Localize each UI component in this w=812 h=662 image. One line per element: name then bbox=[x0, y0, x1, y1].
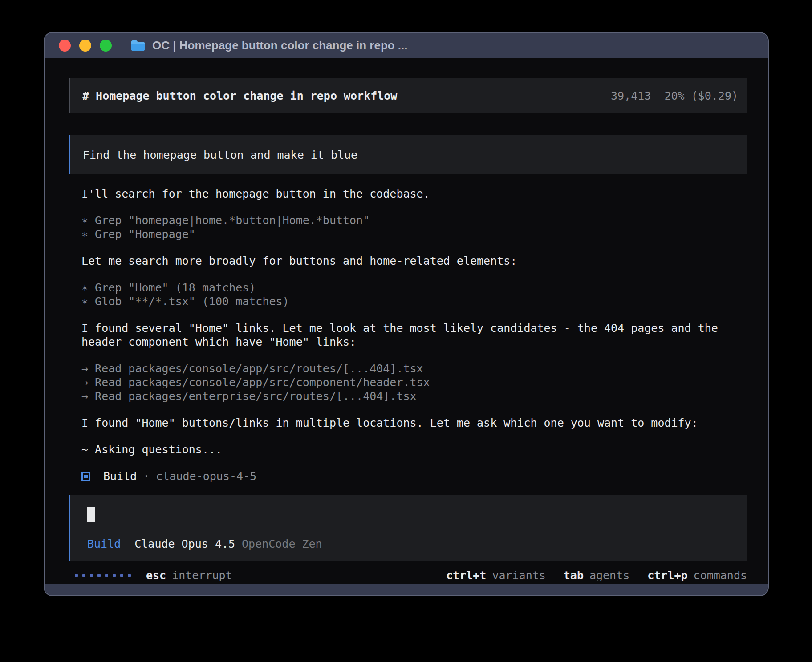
window-titlebar[interactable]: OC | Homepage button color change in rep… bbox=[45, 33, 768, 58]
shortcut-label: variants bbox=[492, 569, 545, 582]
tool-call-line: ∗ Grep "Home" (18 matches) bbox=[81, 281, 747, 295]
tool-call-line: → Read packages/console/app/src/componen… bbox=[81, 375, 747, 389]
minimize-window-button[interactable] bbox=[79, 40, 91, 52]
traffic-lights bbox=[45, 40, 112, 52]
tool-call-line: ∗ Glob "**/*.tsx" (100 matches) bbox=[81, 295, 747, 308]
assistant-text-line: I found several "Home" links. Let me loo… bbox=[81, 321, 747, 349]
agent-status-row: Build · claude-opus-4-5 bbox=[81, 469, 747, 483]
token-count: 39,413 bbox=[611, 89, 651, 102]
shortcut-key: ctrl+t bbox=[446, 569, 486, 582]
shortcut-commands: ctrl+p commands bbox=[647, 569, 747, 582]
shortcut-interrupt: esc interrupt bbox=[146, 569, 232, 582]
context-cost: 20% ($0.29) bbox=[664, 89, 738, 102]
maximize-window-button[interactable] bbox=[100, 40, 112, 52]
agent-name: Build bbox=[103, 469, 137, 483]
terminal-window: OC | Homepage button color change in rep… bbox=[44, 32, 769, 596]
spinner-dot bbox=[120, 574, 123, 577]
session-header: # Homepage button color change in repo w… bbox=[69, 78, 747, 113]
session-title: # Homepage button color change in repo w… bbox=[82, 89, 397, 103]
shortcut-label: interrupt bbox=[172, 569, 232, 582]
shortcut-label: commands bbox=[694, 569, 747, 582]
window-bottom-chrome bbox=[45, 584, 768, 595]
agent-separator: · bbox=[143, 469, 150, 483]
assistant-status-line: ~ Asking questions... bbox=[81, 443, 747, 456]
agent-build-icon bbox=[81, 472, 90, 481]
shortcut-hints: ctrl+t variants tab agents ctrl+p comman… bbox=[446, 569, 747, 582]
spinner-dot bbox=[75, 574, 78, 577]
spinner-dot bbox=[128, 574, 131, 577]
spinner-dot bbox=[82, 574, 85, 577]
conversation-log: I'll search for the homepage button in t… bbox=[81, 187, 747, 483]
tool-call-line: → Read packages/console/app/src/routes/[… bbox=[81, 362, 747, 375]
shortcut-agents: tab agents bbox=[564, 569, 629, 582]
assistant-text-line: Let me search more broadly for buttons a… bbox=[81, 254, 747, 268]
spinner-dot bbox=[113, 574, 116, 577]
user-message: Find the homepage button and make it blu… bbox=[69, 135, 747, 174]
agent-model: claude-opus-4-5 bbox=[156, 469, 256, 483]
status-bar: esc interrupt ctrl+t variants tab agents… bbox=[69, 569, 747, 582]
assistant-text-line: I found "Home" buttons/links in multiple… bbox=[81, 416, 747, 430]
shortcut-key: ctrl+p bbox=[647, 569, 687, 582]
input-meta: Build Claude Opus 4.5 OpenCode Zen bbox=[87, 537, 322, 551]
close-window-button[interactable] bbox=[59, 40, 71, 52]
working-spinner bbox=[75, 574, 131, 577]
input-provider-label: OpenCode Zen bbox=[242, 537, 322, 551]
input-model-label[interactable]: Claude Opus 4.5 bbox=[134, 537, 235, 551]
tool-call-line: ∗ Grep "Homepage" bbox=[81, 227, 747, 241]
shortcut-variants: ctrl+t variants bbox=[446, 569, 546, 582]
spinner-dot bbox=[97, 574, 101, 577]
shortcut-label: agents bbox=[589, 569, 629, 582]
input-mode-label[interactable]: Build bbox=[87, 537, 121, 551]
user-message-text: Find the homepage button and make it blu… bbox=[83, 148, 357, 162]
text-cursor bbox=[87, 507, 95, 522]
shortcut-key: esc bbox=[146, 569, 166, 582]
terminal-content: # Homepage button color change in repo w… bbox=[45, 58, 768, 584]
assistant-text-line: I'll search for the homepage button in t… bbox=[81, 187, 747, 201]
folder-icon bbox=[130, 40, 146, 52]
window-title: OC | Homepage button color change in rep… bbox=[152, 39, 408, 52]
tool-call-line: → Read packages/enterprise/src/routes/[.… bbox=[81, 389, 747, 403]
tool-call-line: ∗ Grep "homepage|home.*button|Home.*butt… bbox=[81, 214, 747, 227]
session-usage: 39,413 20% ($0.29) bbox=[611, 89, 738, 103]
spinner-dot bbox=[90, 574, 93, 577]
spinner-dot bbox=[105, 574, 108, 577]
prompt-input[interactable]: Build Claude Opus 4.5 OpenCode Zen bbox=[69, 495, 747, 561]
shortcut-key: tab bbox=[564, 569, 584, 582]
